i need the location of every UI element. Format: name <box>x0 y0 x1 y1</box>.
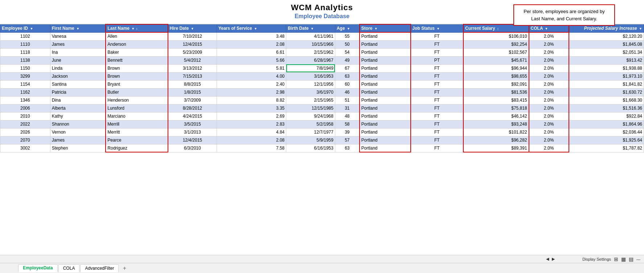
lname-filter-icon[interactable]: ▼ <box>131 27 135 30</box>
table-cell[interactable]: 3/7/2009 <box>168 96 217 104</box>
table-cell[interactable]: 5.66 <box>217 56 286 64</box>
table-cell[interactable]: Portland <box>360 144 411 152</box>
empid-filter-icon[interactable]: ▼ <box>30 27 33 30</box>
table-cell[interactable]: Portland <box>360 40 411 48</box>
table-cell[interactable]: $922.84 <box>569 112 644 120</box>
table-cell[interactable]: Shannon <box>50 120 106 128</box>
table-cell[interactable]: Portland <box>360 136 411 144</box>
table-cell[interactable]: Ina <box>50 48 106 56</box>
table-cell[interactable]: 8/8/2015 <box>168 80 217 88</box>
table-cell[interactable]: 63 <box>335 144 359 152</box>
table-cell[interactable]: 2/15/1965 <box>286 96 335 104</box>
tab-advancedfilter[interactable]: AdvancedFilter <box>80 264 119 272</box>
bdate-filter-icon[interactable]: ▼ <box>311 27 314 30</box>
table-cell[interactable]: 2/15/1962 <box>286 48 335 56</box>
table-cell[interactable]: $2,036.44 <box>569 128 644 136</box>
table-cell[interactable]: 1162 <box>0 88 50 96</box>
table-cell[interactable]: $92,254 <box>463 40 529 48</box>
projsalary-filter-icon[interactable]: ▼ <box>639 27 642 30</box>
table-cell[interactable]: $1,516.36 <box>569 104 644 112</box>
table-cell[interactable]: Bryant <box>106 80 168 88</box>
tab-add-button[interactable]: + <box>121 265 128 272</box>
cola-filter-icon[interactable]: ▼ <box>545 27 548 30</box>
table-cell[interactable]: 1118 <box>0 48 50 56</box>
col-store-header[interactable]: Store ▼ <box>360 24 411 32</box>
table-cell[interactable]: 2.0% <box>529 32 569 40</box>
table-cell[interactable]: 3.35 <box>217 104 286 112</box>
table-cell[interactable]: 2.08 <box>217 40 286 48</box>
table-cell[interactable]: 7/15/2013 <box>168 72 217 80</box>
table-cell[interactable]: 2.08 <box>217 136 286 144</box>
table-cell[interactable]: 63 <box>335 72 359 80</box>
table-cell[interactable]: 3/13/2012 <box>168 64 217 72</box>
col-lname-header[interactable]: Last Name ▼ ↕ <box>106 24 168 32</box>
table-cell[interactable]: $2,120.20 <box>569 32 644 40</box>
table-cell[interactable]: FT <box>411 120 463 128</box>
table-cell[interactable]: $1,973.10 <box>569 72 644 80</box>
table-cell[interactable]: 2006 <box>0 104 50 112</box>
table-cell[interactable]: FT <box>411 64 463 72</box>
table-cell[interactable]: Portland <box>360 64 411 72</box>
table-cell[interactable]: 7/10/2012 <box>168 32 217 40</box>
zoom-out-icon[interactable]: — <box>636 257 640 261</box>
table-cell[interactable]: $1,938.88 <box>569 64 644 72</box>
table-cell[interactable]: Portland <box>360 96 411 104</box>
table-cell[interactable]: 5/23/2009 <box>168 48 217 56</box>
table-cell[interactable]: FT <box>411 144 463 152</box>
table-cell[interactable]: 1346 <box>0 96 50 104</box>
table-cell[interactable]: 3/5/2015 <box>168 120 217 128</box>
table-cell[interactable]: Linda <box>50 64 106 72</box>
col-fname-header[interactable]: First Name ▼ <box>50 24 106 32</box>
table-cell[interactable]: 57 <box>335 136 359 144</box>
col-hiredate-header[interactable]: Hire Date ▼ <box>168 24 217 32</box>
table-cell[interactable]: 6.61 <box>217 48 286 56</box>
table-cell[interactable]: $2,051.34 <box>569 48 644 56</box>
table-cell[interactable]: 2.69 <box>217 112 286 120</box>
table-cell[interactable]: $1,864.96 <box>569 120 644 128</box>
table-cell[interactable]: 1/8/2015 <box>168 88 217 96</box>
table-cell[interactable]: Portland <box>360 56 411 64</box>
table-cell[interactable]: Merrill <box>106 120 168 128</box>
table-cell[interactable]: 7.58 <box>217 144 286 152</box>
table-cell[interactable]: PT <box>411 56 463 64</box>
table-cell[interactable]: $1,845.08 <box>569 40 644 48</box>
table-cell[interactable]: 2.40 <box>217 80 286 88</box>
table-cell[interactable]: 2.0% <box>529 112 569 120</box>
col-empid-header[interactable]: Employee ID ▼ <box>0 24 50 32</box>
table-cell[interactable]: 50 <box>335 40 359 48</box>
table-cell[interactable]: $1,668.30 <box>569 96 644 104</box>
table-cell[interactable]: Dina <box>50 96 106 104</box>
table-cell[interactable]: 60 <box>335 80 359 88</box>
table-cell[interactable]: Merritt <box>106 128 168 136</box>
table-cell[interactable]: $46,142 <box>463 112 529 120</box>
table-cell[interactable]: 2010 <box>0 112 50 120</box>
table-cell[interactable]: Santina <box>50 80 106 88</box>
store-filter-icon[interactable]: ▼ <box>374 27 378 30</box>
table-cell[interactable]: 2026 <box>0 128 50 136</box>
table-cell[interactable]: Bennett <box>106 56 168 64</box>
table-cell[interactable]: 2.0% <box>529 120 569 128</box>
table-cell[interactable]: $102,567 <box>463 48 529 56</box>
table-cell[interactable]: $913.42 <box>569 56 644 64</box>
table-cell[interactable]: 12/15/1985 <box>286 104 335 112</box>
table-cell[interactable]: $96,944 <box>463 64 529 72</box>
table-cell[interactable]: 2070 <box>0 136 50 144</box>
table-cell[interactable]: 3.48 <box>217 32 286 40</box>
table-cell[interactable]: June <box>50 56 106 64</box>
scroll-left-icon[interactable]: ◀ <box>546 257 549 261</box>
table-cell[interactable]: 48 <box>335 112 359 120</box>
table-cell[interactable]: $96,282 <box>463 136 529 144</box>
table-cell[interactable]: $89,391 <box>463 144 529 152</box>
table-cell[interactable]: 67 <box>335 64 359 72</box>
table-cell[interactable]: Vanesa <box>50 32 106 40</box>
table-cell[interactable]: $93,248 <box>463 120 529 128</box>
table-cell[interactable]: 2.0% <box>529 96 569 104</box>
table-cell[interactable]: 5/2/1958 <box>286 120 335 128</box>
grid-view-icon[interactable]: ⊞ <box>614 256 618 262</box>
table-cell[interactable]: 1154 <box>0 80 50 88</box>
table-cell[interactable]: 55 <box>335 32 359 40</box>
table-cell[interactable]: 2.98 <box>217 88 286 96</box>
table-cell[interactable]: Patricia <box>50 88 106 96</box>
table-cell[interactable]: Portland <box>360 48 411 56</box>
table-cell[interactable]: Alberta <box>50 104 106 112</box>
